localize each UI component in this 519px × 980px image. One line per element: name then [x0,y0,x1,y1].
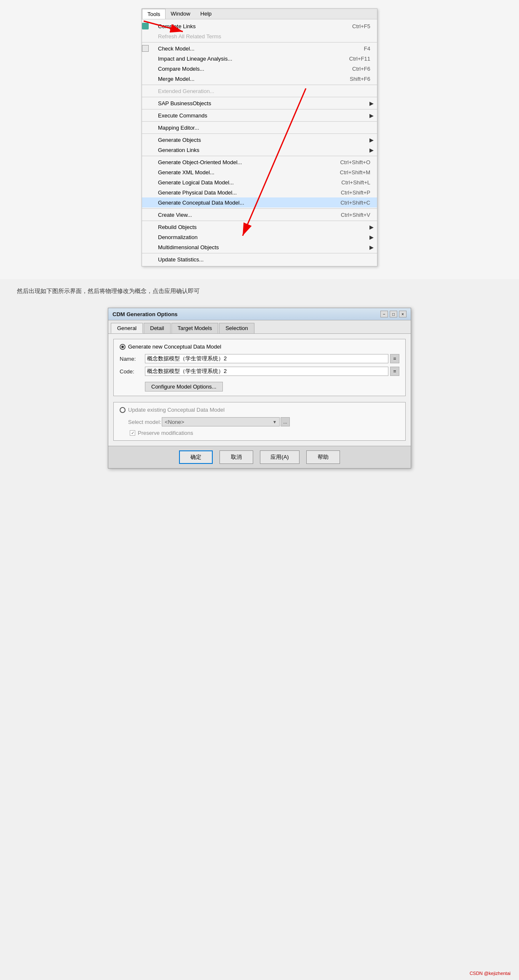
menu-item-compare[interactable]: Compare Models... Ctrl+F6 [142,64,377,74]
multidim-label: Multidimensional Objects [155,244,369,250]
merge-shortcut: Shift+F6 [350,76,377,82]
gen-oo-label: Generate Object-Oriented Model... [155,159,340,165]
minimize-button[interactable]: − [380,311,388,317]
update-existing-label: Update existing Conceptual Data Model [128,407,225,413]
browse-model-button[interactable]: … [281,417,290,426]
impact-shortcut: Ctrl+F11 [349,56,377,62]
tools-menu-dropdown: Complete Links Ctrl+F5 Refresh All Relat… [142,19,377,266]
tab-selection[interactable]: Selection [219,323,254,333]
select-model-label: Select model: [128,419,162,425]
separator-8 [142,208,377,209]
gen-links-label: Generation Links [155,147,369,153]
menu-item-update-stats[interactable]: Update Statistics... [142,254,377,264]
menubar-tools[interactable]: Tools [142,9,166,19]
menu-item-gen-pdm[interactable]: Generate Physical Data Model... Ctrl+Shi… [142,187,377,197]
menu-item-extended[interactable]: Extended Generation... [142,86,377,96]
menu-item-merge[interactable]: Merge Model... Shift+F6 [142,74,377,84]
menu-item-create-view[interactable]: Create View... Ctrl+Shift+V [142,210,377,220]
menubar-window[interactable]: Window [166,9,195,19]
dialog-title: CDM Generation Options [112,311,178,317]
gen-ldm-label: Generate Logical Data Model... [155,179,341,186]
code-row: Code: = [120,367,399,376]
select-model-dropdown[interactable]: <None> ▼ [162,417,280,426]
multidim-arrow: ▶ [369,244,377,250]
close-button[interactable]: × [399,311,407,317]
dialog-area: CDM Generation Options − □ × General Det… [0,304,519,485]
name-eq-button[interactable]: = [390,354,399,363]
cancel-button[interactable]: 取消 [219,450,253,464]
menu-item-multidim[interactable]: Multidimensional Objects ▶ [142,242,377,252]
menu-item-rebuild[interactable]: Rebuild Objects ▶ [142,222,377,232]
menu-item-mapping[interactable]: Mapping Editor... [142,122,377,133]
code-eq-button[interactable]: = [390,367,399,376]
configure-model-options-button[interactable]: Configure Model Options... [145,382,223,391]
check-model-shortcut: F4 [364,45,377,52]
menu-item-sap[interactable]: SAP BusinessObjects ▶ [142,98,377,108]
menu-item-complete-links[interactable]: Complete Links Ctrl+F5 [142,21,377,31]
dropdown-arrow-icon: ▼ [273,420,277,424]
menu-item-gen-objects[interactable]: Generate Objects ▶ [142,135,377,145]
sap-arrow: ▶ [369,100,377,107]
preserve-checkbox[interactable]: ✓ [130,430,135,436]
check-model-label: Check Model... [155,45,364,52]
gen-pdm-label: Generate Physical Data Model... [155,189,341,196]
compare-label: Compare Models... [155,66,352,72]
code-input[interactable] [145,367,388,376]
gen-ldm-shortcut: Ctrl+Shift+L [341,179,377,186]
maximize-button[interactable]: □ [390,311,397,317]
dialog-tab-bar: General Detail Target Models Selection [108,320,411,333]
execute-arrow: ▶ [369,112,377,119]
denorm-arrow: ▶ [369,234,377,240]
name-input[interactable] [145,354,388,363]
generate-new-label: Generate new Conceptual Data Model [128,344,221,350]
menu-area: Tools Window Help Complete Links Ctrl+F5 [0,0,519,279]
description-text: 然后出现如下图所示界面，然后将物理修改为概念，点击应用确认即可 [0,279,519,304]
menu-item-gen-oo[interactable]: Generate Object-Oriented Model... Ctrl+S… [142,157,377,167]
name-row: Name: = [120,354,399,363]
gen-objects-arrow: ▶ [369,137,377,143]
complete-links-label: Complete Links [155,23,352,29]
menu-item-impact[interactable]: Impact and Lineage Analysis... Ctrl+F11 [142,53,377,64]
tab-general[interactable]: General [111,323,143,333]
menu-item-check-model[interactable]: Check Model... F4 [142,43,377,53]
gen-xml-shortcut: Ctrl+Shift+M [340,169,377,176]
ok-button[interactable]: 确定 [179,450,213,464]
create-view-label: Create View... [155,212,341,218]
impact-label: Impact and Lineage Analysis... [155,56,349,62]
dialog-button-bar: 确定 取消 应用(A) 帮助 [108,446,411,468]
menu-item-denorm[interactable]: Denormalization ▶ [142,232,377,242]
tab-detail[interactable]: Detail [144,323,170,333]
dialog-titlebar: CDM Generation Options − □ × [108,308,411,320]
menu-item-gen-ldm[interactable]: Generate Logical Data Model... Ctrl+Shif… [142,177,377,187]
menu-item-gen-xml[interactable]: Generate XML Model... Ctrl+Shift+M [142,167,377,177]
code-label: Code: [120,368,145,375]
generate-new-radio[interactable] [120,344,126,350]
gen-xml-label: Generate XML Model... [155,169,340,176]
separator-10 [142,253,377,253]
complete-links-icon [142,23,155,29]
preserve-modifications-row: ✓ Preserve modifications [130,430,399,436]
extended-label: Extended Generation... [155,88,370,94]
menu-bar: Tools Window Help [142,9,377,19]
name-label: Name: [120,356,145,362]
menu-item-execute[interactable]: Execute Commands ▶ [142,110,377,120]
denorm-label: Denormalization [155,234,369,240]
footer-credit: CSDN @kejizhentai [470,971,511,976]
apply-button[interactable]: 应用(A) [260,450,299,464]
separator-9 [142,221,377,221]
update-existing-radio[interactable] [120,407,126,413]
menubar-help[interactable]: Help [195,9,217,19]
menu-item-gen-cdm[interactable]: Generate Conceptual Data Model... Ctrl+S… [142,197,377,208]
help-button[interactable]: 帮助 [306,450,340,464]
update-stats-label: Update Statistics... [155,256,370,263]
tab-target-models[interactable]: Target Models [171,323,219,333]
menu-item-refresh[interactable]: Refresh All Related Terms [142,31,377,41]
separator-5 [142,121,377,122]
select-model-row: Select model: <None> ▼ … [128,417,399,426]
sap-label: SAP BusinessObjects [155,100,369,107]
rebuild-label: Rebuild Objects [155,224,369,230]
generate-new-section: Generate new Conceptual Data Model Name:… [113,339,406,396]
menu-item-gen-links[interactable]: Generation Links ▶ [142,145,377,155]
generate-new-radio-row: Generate new Conceptual Data Model [120,344,399,350]
rebuild-arrow: ▶ [369,224,377,230]
